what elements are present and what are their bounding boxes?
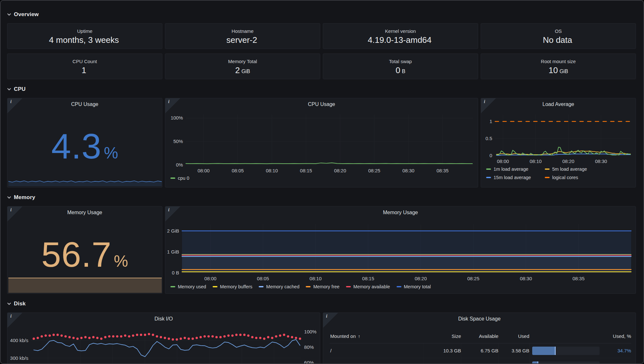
panel-disk-io: i Disk I/O 300 kb/s400 kb/s60%80%100% — [7, 312, 320, 364]
svg-text:50%: 50% — [173, 139, 183, 144]
panel-title[interactable]: CPU Usage — [181, 101, 462, 107]
disk-row: i Disk I/O 300 kb/s400 kb/s60%80%100% i … — [7, 312, 637, 364]
svg-text:1 GiB: 1 GiB — [167, 249, 179, 254]
cell-size: 10.3 GB — [424, 343, 461, 358]
svg-text:08:20: 08:20 — [334, 168, 346, 173]
stat-panel-os: OS No data — [481, 23, 636, 49]
svg-text:2 GiB: 2 GiB — [167, 228, 179, 234]
section-title: Disk — [14, 301, 26, 307]
stat-panel-root-mount-size: Root mount size 10GiB — [481, 53, 636, 79]
stat-label: Root mount size — [541, 59, 576, 64]
legend-item[interactable]: 5m load average — [545, 167, 587, 172]
legend-item[interactable]: logical cores — [545, 175, 587, 180]
load-average-legend: 1m load average 5m load average 15m load… — [486, 167, 587, 180]
section-header-disk[interactable]: Disk — [7, 300, 637, 307]
cpu-usage-plot[interactable]: 08:0008:0508:1008:1508:2008:2508:3008:35… — [165, 98, 478, 187]
chevron-down-icon — [7, 301, 11, 305]
panel-info-corner[interactable]: i — [165, 98, 180, 113]
svg-text:08:10: 08:10 — [266, 168, 278, 173]
panel-title[interactable]: Disk I/O — [24, 316, 304, 322]
series-swatch — [486, 168, 491, 170]
panel-info-corner[interactable]: i — [7, 98, 22, 113]
series-swatch — [170, 177, 175, 179]
info-icon: i — [326, 314, 327, 319]
panel-cpu-usage-stat: i CPU Usage 4.3 % — [7, 98, 162, 187]
table-row: / 10.3 GB 6.75 GB 3.58 GB 34.7% — [330, 343, 631, 358]
series-swatch — [346, 286, 351, 287]
panel-title[interactable]: Load Average — [497, 101, 620, 107]
panel-disk-space-usage: i Disk Space Usage Mounted on↑ Size Avai… — [323, 312, 636, 364]
column-header-mounted-on[interactable]: Mounted on↑ — [330, 333, 424, 339]
legend-item[interactable]: Memory available — [346, 284, 390, 289]
memory-usage-value: 56.7 — [41, 237, 111, 272]
column-header-available[interactable]: Available — [461, 333, 498, 339]
legend-item[interactable]: Memory total — [397, 284, 431, 289]
stat-value: 0 — [396, 66, 400, 74]
panel-title[interactable]: Disk Space Usage — [339, 316, 620, 322]
svg-text:08:05: 08:05 — [232, 168, 244, 173]
panel-info-corner[interactable]: i — [165, 206, 180, 221]
legend-item[interactable]: 1m load average — [486, 167, 545, 172]
svg-text:08:00: 08:00 — [197, 168, 209, 173]
memory-usage-plot[interactable]: 08:0008:0508:1008:1508:2008:2508:3008:35… — [165, 206, 636, 294]
svg-text:08:35: 08:35 — [437, 168, 448, 173]
memory-usage-sparkline — [8, 275, 162, 293]
column-header-used-pct[interactable]: Used, % — [602, 333, 631, 339]
series-swatch — [486, 177, 491, 178]
svg-text:08:10: 08:10 — [310, 276, 322, 281]
chevron-down-icon — [7, 87, 11, 90]
panel-info-corner[interactable]: i — [323, 313, 338, 328]
svg-text:08:30: 08:30 — [520, 276, 532, 281]
legend-item[interactable]: Memory free — [306, 284, 339, 289]
stat-value: No data — [543, 36, 572, 44]
stat-value: 4.19.0-13-amd64 — [368, 36, 431, 44]
svg-text:0: 0 — [490, 153, 492, 158]
svg-text:08:20: 08:20 — [415, 276, 427, 281]
stat-label: Uptime — [77, 28, 92, 34]
svg-text:08:25: 08:25 — [467, 276, 479, 281]
panel-info-corner[interactable]: i — [7, 206, 22, 221]
panel-info-corner[interactable]: i — [481, 98, 496, 113]
chevron-down-icon — [7, 12, 11, 15]
svg-text:0.5: 0.5 — [485, 136, 492, 141]
stat-value: 1 — [82, 66, 86, 74]
svg-text:08:00: 08:00 — [497, 158, 509, 164]
legend-item[interactable]: cpu 0 — [170, 176, 189, 181]
svg-text:08:15: 08:15 — [300, 168, 312, 173]
bar-cap — [537, 361, 538, 364]
section-header-memory[interactable]: Memory — [7, 194, 637, 201]
panel-memory-usage-chart: i Memory Usage 08:0008:0508:1008:1508:20… — [165, 206, 636, 294]
panel-title[interactable]: Memory Usage — [24, 210, 146, 216]
series-swatch — [213, 286, 217, 287]
panel-title[interactable]: CPU Usage — [24, 101, 146, 107]
legend-item[interactable]: Memory cached — [259, 284, 299, 289]
svg-text:08:30: 08:30 — [595, 158, 607, 164]
panel-memory-usage-stat: i Memory Usage 56.7 % — [7, 206, 162, 294]
stat-label: Kernel version — [385, 28, 416, 34]
column-header-used[interactable]: Used — [498, 333, 529, 339]
cell-used-pct: 34.7% — [602, 348, 631, 353]
info-icon: i — [168, 207, 169, 213]
stat-label: Total swap — [389, 59, 412, 64]
panel-title[interactable]: Memory Usage — [181, 210, 620, 216]
legend-item[interactable]: 15m load average — [486, 175, 545, 180]
stat-panel-memory-total: Memory Total 2GiB — [165, 53, 320, 79]
svg-text:0%: 0% — [176, 162, 183, 168]
panel-cpu-usage-chart: i CPU Usage 08:0008:0508:1008:1508:2008:… — [165, 98, 478, 187]
svg-text:300 kb/s: 300 kb/s — [10, 355, 28, 361]
column-header-size[interactable]: Size — [424, 333, 461, 339]
legend-item[interactable]: Memory buffers — [213, 284, 252, 289]
panel-info-corner[interactable]: i — [7, 313, 22, 328]
svg-text:100%: 100% — [171, 115, 183, 120]
cell-size — [424, 358, 461, 364]
section-header-overview[interactable]: Overview — [7, 11, 637, 18]
series-swatch — [545, 168, 550, 170]
series-swatch — [259, 286, 264, 287]
stat-label: CPU Count — [72, 59, 97, 64]
section-title: CPU — [14, 86, 26, 92]
section-title: Overview — [14, 11, 39, 18]
legend-item[interactable]: Memory used — [170, 284, 206, 289]
section-header-cpu[interactable]: CPU — [7, 86, 637, 93]
disk-space-table: Mounted on↑ Size Available Used Used, % … — [330, 329, 631, 364]
memory-row: i Memory Usage 56.7 % i Memory Usage 08:… — [7, 206, 637, 294]
